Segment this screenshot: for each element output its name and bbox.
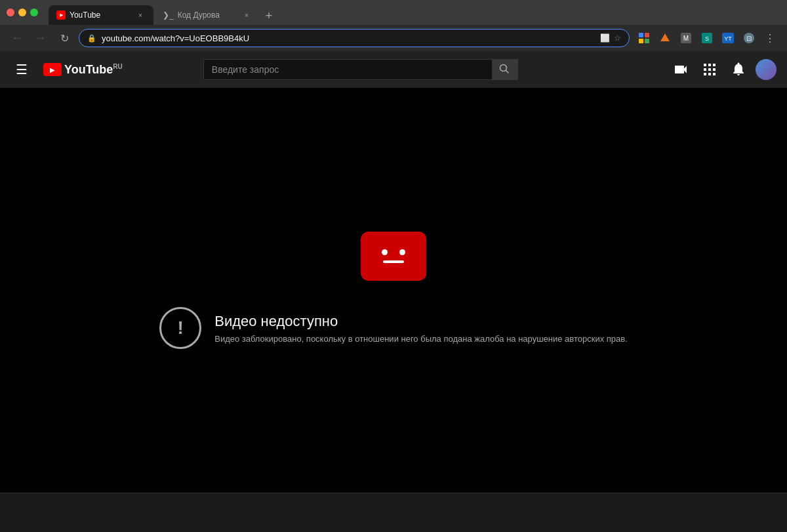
tab-youtube-close[interactable]: ×: [135, 10, 146, 20]
browser-window: ▶ YouTube × ❯_ Код Дурова × + ← → ↻ 🔒 yo…: [0, 0, 787, 532]
toolbar-right: M S YT ⊡ ⋮: [635, 29, 779, 47]
forward-button[interactable]: →: [31, 29, 50, 47]
ext2-icon[interactable]: M: [677, 29, 695, 47]
minimize-button[interactable]: [18, 9, 26, 16]
svg-line-14: [506, 70, 509, 73]
tab-durov-close[interactable]: ×: [241, 10, 252, 20]
ext1-icon[interactable]: [656, 29, 674, 47]
svg-rect-3: [645, 39, 649, 43]
youtube-header: ☰ YouTubeRU: [0, 51, 787, 88]
back-button[interactable]: ←: [8, 29, 26, 47]
svg-rect-20: [713, 68, 716, 71]
svg-text:YT: YT: [724, 35, 732, 42]
apps-grid-icon[interactable]: [698, 58, 721, 81]
tab-youtube-label: YouTube: [70, 10, 131, 20]
tab-durov-favicon: ❯_: [163, 10, 174, 20]
url-icons: ⬜ ☆: [600, 33, 621, 43]
hamburger-menu-icon[interactable]: ☰: [10, 56, 33, 83]
lock-icon: 🔒: [87, 34, 96, 43]
title-bar: ▶ YouTube × ❯_ Код Дурова × +: [0, 0, 787, 25]
error-mouth: [383, 260, 404, 263]
youtube-logo-icon: [43, 63, 62, 76]
svg-rect-18: [704, 68, 706, 71]
svg-rect-17: [713, 64, 716, 66]
cast-icon: ⬜: [600, 33, 610, 43]
search-form: [203, 59, 518, 80]
ext3-icon[interactable]: S: [698, 29, 716, 47]
error-eye-right: [399, 249, 405, 255]
tab-youtube-favicon: ▶: [56, 10, 66, 20]
svg-rect-16: [708, 64, 711, 66]
address-bar: ← → ↻ 🔒 youtube.com/watch?v=UoEOBB9B4kU …: [0, 25, 787, 51]
tab-youtube[interactable]: ▶ YouTube ×: [49, 5, 153, 25]
error-text-block: Видео недоступно Видео заблокировано, по…: [214, 313, 628, 344]
notifications-icon[interactable]: [727, 58, 750, 81]
svg-rect-15: [704, 64, 706, 66]
error-eyes: [382, 249, 405, 255]
tabs-container: ▶ YouTube × ❯_ Код Дурова × +: [49, 0, 780, 25]
ext5-icon[interactable]: ⊡: [740, 29, 758, 47]
search-input[interactable]: [203, 59, 492, 80]
url-bar[interactable]: 🔒 youtube.com/watch?v=UoEOBB9B4kU ⬜ ☆: [79, 29, 630, 47]
more-button[interactable]: ⋮: [761, 29, 779, 47]
bottom-bar: [0, 493, 787, 532]
create-video-icon[interactable]: [669, 58, 693, 81]
maximize-button[interactable]: [30, 9, 38, 16]
youtube-logo[interactable]: YouTubeRU: [43, 63, 123, 77]
new-tab-button[interactable]: +: [260, 7, 278, 25]
ext4-icon[interactable]: YT: [719, 29, 737, 47]
user-avatar[interactable]: [756, 59, 777, 80]
svg-rect-19: [708, 68, 711, 71]
svg-marker-4: [660, 33, 670, 41]
svg-rect-2: [639, 39, 643, 43]
tab-durov[interactable]: ❯_ Код Дурова ×: [155, 5, 260, 25]
svg-text:M: M: [683, 35, 689, 42]
header-right: [669, 58, 777, 81]
youtube-error-face-icon: [361, 232, 426, 281]
svg-rect-21: [704, 73, 706, 75]
video-area: ! Видео недоступно Видео заблокировано, …: [0, 88, 787, 493]
search-icon: [499, 64, 510, 76]
tab-durov-label: Код Дурова: [178, 10, 237, 20]
svg-rect-22: [708, 73, 711, 75]
close-button[interactable]: [7, 9, 14, 16]
error-title: Видео недоступно: [214, 313, 628, 330]
svg-rect-0: [639, 33, 643, 37]
svg-text:S: S: [705, 35, 709, 42]
svg-text:⊡: ⊡: [746, 35, 752, 42]
error-exclamation-icon: !: [159, 307, 201, 349]
error-message-container: ! Видео недоступно Видео заблокировано, …: [159, 307, 628, 349]
reload-button[interactable]: ↻: [55, 29, 73, 47]
svg-rect-1: [645, 33, 649, 37]
error-subtitle: Видео заблокировано, поскольку в отношен…: [214, 334, 628, 344]
youtube-logo-text: YouTubeRU: [64, 63, 123, 77]
url-text: youtube.com/watch?v=UoEOBB9B4kU: [102, 33, 595, 43]
svg-rect-23: [713, 73, 716, 75]
search-button[interactable]: [492, 59, 518, 80]
bookmark-icon[interactable]: ☆: [614, 33, 621, 43]
profile-icon[interactable]: [635, 29, 653, 47]
traffic-lights: [7, 9, 38, 16]
error-eye-left: [382, 249, 388, 255]
